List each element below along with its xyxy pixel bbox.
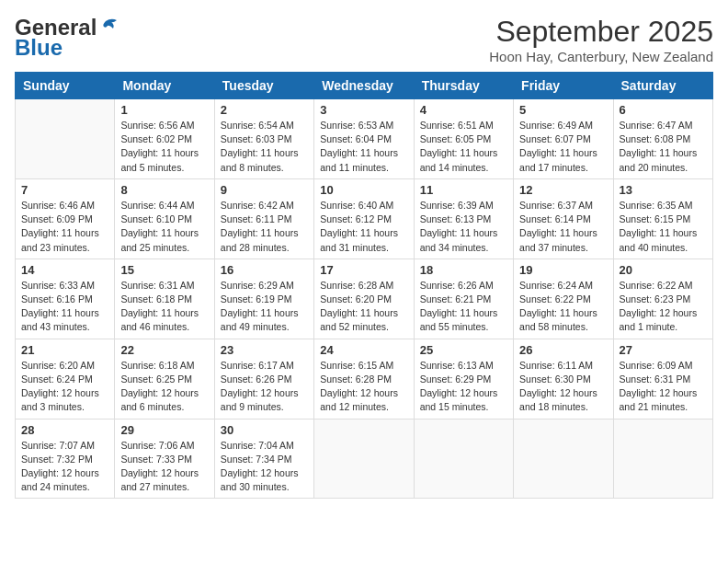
table-row: 12Sunrise: 6:37 AMSunset: 6:14 PMDayligh…: [514, 178, 613, 259]
day-info: Sunrise: 6:53 AMSunset: 6:04 PMDaylight:…: [320, 119, 407, 175]
day-info: Sunrise: 6:46 AMSunset: 6:09 PMDaylight:…: [21, 199, 108, 255]
day-number: 19: [519, 263, 607, 277]
col-tuesday: Tuesday: [214, 73, 313, 99]
day-info: Sunrise: 6:47 AMSunset: 6:08 PMDaylight:…: [620, 119, 707, 175]
day-info: Sunrise: 6:09 AMSunset: 6:31 PMDaylight:…: [620, 359, 707, 415]
table-row: 17Sunrise: 6:28 AMSunset: 6:20 PMDayligh…: [314, 259, 414, 339]
table-row: 18Sunrise: 6:26 AMSunset: 6:21 PMDayligh…: [414, 259, 513, 339]
day-info: Sunrise: 6:54 AMSunset: 6:03 PMDaylight:…: [221, 119, 308, 175]
day-number: 8: [120, 183, 208, 197]
col-wednesday: Wednesday: [314, 73, 414, 99]
day-info: Sunrise: 6:35 AMSunset: 6:15 PMDaylight:…: [620, 199, 707, 255]
table-row: 23Sunrise: 6:17 AMSunset: 6:26 PMDayligh…: [214, 339, 313, 419]
day-number: 15: [120, 263, 208, 277]
location: Hoon Hay, Canterbury, New Zealand: [489, 49, 713, 64]
day-info: Sunrise: 6:26 AMSunset: 6:21 PMDaylight:…: [420, 279, 507, 335]
table-row: 11Sunrise: 6:39 AMSunset: 6:13 PMDayligh…: [414, 178, 513, 259]
day-number: 26: [519, 343, 607, 357]
day-number: 2: [221, 103, 308, 117]
day-info: Sunrise: 6:39 AMSunset: 6:13 PMDaylight:…: [420, 199, 507, 255]
calendar-header-row: Sunday Monday Tuesday Wednesday Thursday…: [16, 73, 713, 99]
col-monday: Monday: [115, 73, 214, 99]
day-number: 30: [221, 423, 308, 437]
table-row: 25Sunrise: 6:13 AMSunset: 6:29 PMDayligh…: [414, 339, 513, 419]
day-info: Sunrise: 6:28 AMSunset: 6:20 PMDaylight:…: [320, 279, 407, 335]
table-row: 20Sunrise: 6:22 AMSunset: 6:23 PMDayligh…: [613, 259, 712, 339]
day-number: 5: [519, 103, 607, 117]
day-info: Sunrise: 6:11 AMSunset: 6:30 PMDaylight:…: [519, 359, 607, 415]
table-row: 26Sunrise: 6:11 AMSunset: 6:30 PMDayligh…: [514, 339, 613, 419]
calendar-table: Sunday Monday Tuesday Wednesday Thursday…: [15, 72, 713, 499]
day-number: 10: [320, 183, 407, 197]
day-info: Sunrise: 6:22 AMSunset: 6:23 PMDaylight:…: [620, 279, 707, 335]
day-info: Sunrise: 6:24 AMSunset: 6:22 PMDaylight:…: [519, 279, 607, 335]
day-info: Sunrise: 6:15 AMSunset: 6:28 PMDaylight:…: [320, 359, 407, 415]
day-info: Sunrise: 6:37 AMSunset: 6:14 PMDaylight:…: [519, 199, 607, 255]
col-saturday: Saturday: [613, 73, 712, 99]
day-number: 1: [120, 103, 208, 117]
day-number: 23: [221, 343, 308, 357]
table-row: 5Sunrise: 6:49 AMSunset: 6:07 PMDaylight…: [514, 99, 613, 179]
day-info: Sunrise: 6:20 AMSunset: 6:24 PMDaylight:…: [21, 359, 108, 415]
table-row: 27Sunrise: 6:09 AMSunset: 6:31 PMDayligh…: [613, 339, 712, 419]
table-row: 9Sunrise: 6:42 AMSunset: 6:11 PMDaylight…: [214, 178, 313, 259]
day-number: 25: [420, 343, 507, 357]
day-info: Sunrise: 6:56 AMSunset: 6:02 PMDaylight:…: [120, 119, 208, 175]
calendar-week-row: 28Sunrise: 7:07 AMSunset: 7:32 PMDayligh…: [16, 419, 713, 499]
table-row: 16Sunrise: 6:29 AMSunset: 6:19 PMDayligh…: [214, 259, 313, 339]
day-info: Sunrise: 6:40 AMSunset: 6:12 PMDaylight:…: [320, 199, 407, 255]
day-number: 12: [519, 183, 607, 197]
day-number: 9: [221, 183, 308, 197]
day-info: Sunrise: 6:33 AMSunset: 6:16 PMDaylight:…: [21, 279, 108, 335]
title-block: September 2025 Hoon Hay, Canterbury, New…: [489, 15, 713, 64]
table-row: [314, 419, 414, 499]
day-number: 21: [21, 343, 108, 357]
col-thursday: Thursday: [414, 73, 513, 99]
calendar-week-row: 21Sunrise: 6:20 AMSunset: 6:24 PMDayligh…: [16, 339, 713, 419]
day-info: Sunrise: 6:44 AMSunset: 6:10 PMDaylight:…: [120, 199, 208, 255]
table-row: 2Sunrise: 6:54 AMSunset: 6:03 PMDaylight…: [214, 99, 313, 179]
logo-blue: Blue: [15, 35, 63, 61]
day-number: 7: [21, 183, 108, 197]
day-info: Sunrise: 7:07 AMSunset: 7:32 PMDaylight:…: [21, 439, 108, 495]
day-info: Sunrise: 6:29 AMSunset: 6:19 PMDaylight:…: [221, 279, 308, 335]
table-row: 6Sunrise: 6:47 AMSunset: 6:08 PMDaylight…: [613, 99, 712, 179]
logo-bird-icon: [98, 16, 119, 36]
calendar-week-row: 1Sunrise: 6:56 AMSunset: 6:02 PMDaylight…: [16, 99, 713, 179]
table-row: 15Sunrise: 6:31 AMSunset: 6:18 PMDayligh…: [115, 259, 214, 339]
day-info: Sunrise: 6:31 AMSunset: 6:18 PMDaylight:…: [120, 279, 208, 335]
table-row: 21Sunrise: 6:20 AMSunset: 6:24 PMDayligh…: [16, 339, 115, 419]
table-row: 3Sunrise: 6:53 AMSunset: 6:04 PMDaylight…: [314, 99, 414, 179]
table-row: 30Sunrise: 7:04 AMSunset: 7:34 PMDayligh…: [214, 419, 313, 499]
table-row: 22Sunrise: 6:18 AMSunset: 6:25 PMDayligh…: [115, 339, 214, 419]
table-row: 28Sunrise: 7:07 AMSunset: 7:32 PMDayligh…: [16, 419, 115, 499]
day-info: Sunrise: 6:51 AMSunset: 6:05 PMDaylight:…: [420, 119, 507, 175]
day-number: 13: [620, 183, 707, 197]
logo: General Blue: [15, 15, 119, 61]
day-number: 17: [320, 263, 407, 277]
table-row: 8Sunrise: 6:44 AMSunset: 6:10 PMDaylight…: [115, 178, 214, 259]
table-row: 7Sunrise: 6:46 AMSunset: 6:09 PMDaylight…: [16, 178, 115, 259]
day-number: 16: [221, 263, 308, 277]
day-info: Sunrise: 6:18 AMSunset: 6:25 PMDaylight:…: [120, 359, 208, 415]
day-number: 22: [120, 343, 208, 357]
day-info: Sunrise: 6:49 AMSunset: 6:07 PMDaylight:…: [519, 119, 607, 175]
month-title: September 2025: [489, 15, 713, 49]
table-row: 4Sunrise: 6:51 AMSunset: 6:05 PMDaylight…: [414, 99, 513, 179]
day-info: Sunrise: 6:17 AMSunset: 6:26 PMDaylight:…: [221, 359, 308, 415]
day-number: 4: [420, 103, 507, 117]
table-row: [613, 419, 712, 499]
day-number: 11: [420, 183, 507, 197]
table-row: 19Sunrise: 6:24 AMSunset: 6:22 PMDayligh…: [514, 259, 613, 339]
day-info: Sunrise: 7:04 AMSunset: 7:34 PMDaylight:…: [221, 439, 308, 495]
day-number: 28: [21, 423, 108, 437]
table-row: [514, 419, 613, 499]
day-number: 18: [420, 263, 507, 277]
col-sunday: Sunday: [16, 73, 115, 99]
table-row: 10Sunrise: 6:40 AMSunset: 6:12 PMDayligh…: [314, 178, 414, 259]
col-friday: Friday: [514, 73, 613, 99]
table-row: 24Sunrise: 6:15 AMSunset: 6:28 PMDayligh…: [314, 339, 414, 419]
day-number: 6: [620, 103, 707, 117]
page-header: General Blue September 2025 Hoon Hay, Ca…: [15, 15, 713, 64]
day-info: Sunrise: 7:06 AMSunset: 7:33 PMDaylight:…: [120, 439, 208, 495]
